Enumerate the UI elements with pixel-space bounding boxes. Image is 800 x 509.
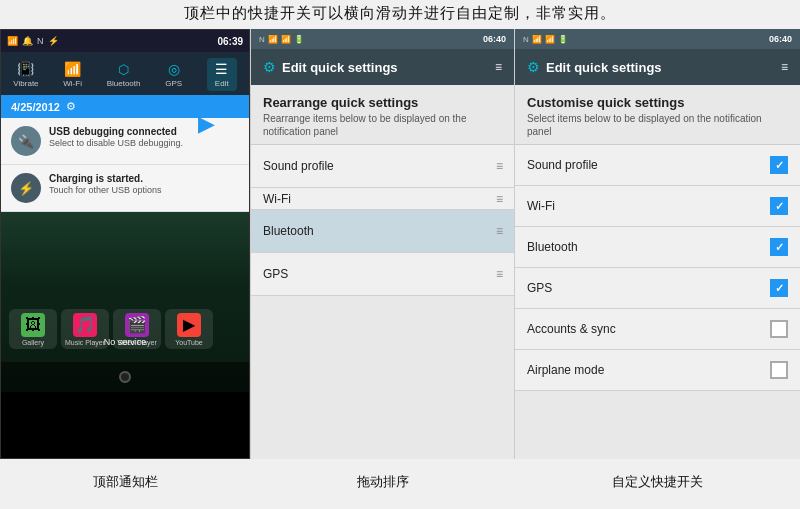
gps-icon: ◎	[168, 61, 180, 77]
no-service-text: No service	[1, 337, 249, 347]
panel3-wifi-checkbox[interactable]: ✓	[770, 197, 788, 215]
qs-wifi[interactable]: 📶 Wi-Fi	[63, 61, 82, 88]
phone-bottom-bar	[1, 362, 249, 392]
panel2-header: ⚙ Edit quick settings ≡	[251, 49, 514, 85]
panel3-status-bar: N 📶 📶 🔋 06:40	[515, 29, 800, 49]
panel2-gps-label: GPS	[263, 267, 288, 281]
panel2-bluetooth-label: Bluetooth	[263, 224, 314, 238]
panel3-header: ⚙ Edit quick settings ≡	[515, 49, 800, 85]
phone-status-bar: 📶 🔔 N ⚡ 06:39	[1, 30, 249, 52]
usb-icon: ⚡	[48, 36, 59, 46]
drag-handle-sound[interactable]: ≡	[496, 159, 502, 173]
notif-usb-subtitle: Select to disable USB debugging.	[49, 138, 183, 148]
check-mark-wifi: ✓	[775, 200, 784, 213]
panel2-gps[interactable]: GPS ≡	[251, 253, 514, 296]
notif-charging-title: Charging is started.	[49, 173, 162, 184]
panel2-wifi-label: Wi-Fi	[263, 192, 291, 206]
check-mark-bluetooth: ✓	[775, 241, 784, 254]
panel3-airplane-mode[interactable]: Airplane mode	[515, 350, 800, 391]
notif-usb-title: USB debugging connected	[49, 126, 183, 137]
notif-usb-text: USB debugging connected Select to disabl…	[49, 126, 183, 148]
panel3-section-desc: Customise quick settings Select items be…	[515, 85, 800, 144]
p3-wifi-icon: 📶	[532, 35, 542, 44]
p2-signal-icon: 📶	[281, 35, 291, 44]
date-text: 4/25/2012	[11, 101, 60, 113]
p2-nfc-icon: N	[259, 35, 265, 44]
status-time: 06:39	[217, 36, 243, 47]
panel3-bluetooth-label: Bluetooth	[527, 240, 578, 254]
notification-charging[interactable]: ⚡ Charging is started. Touch for other U…	[1, 165, 249, 212]
bottom-label-1: 顶部通知栏	[0, 459, 250, 504]
nfc-icon: N	[37, 36, 44, 46]
music-icon: 🎵	[73, 313, 97, 337]
panel3-header-left: ⚙ Edit quick settings	[527, 59, 662, 75]
qs-edit-label: Edit	[215, 79, 229, 88]
panel3-wifi[interactable]: Wi-Fi ✓	[515, 186, 800, 227]
panel2-sound-label: Sound profile	[263, 159, 334, 173]
drag-handle-wifi[interactable]: ≡	[496, 192, 502, 206]
sound-icon: 🔔	[22, 36, 33, 46]
panel3-section-subtitle: Select items below to be displayed on th…	[527, 112, 788, 138]
gallery-icon: 🖼	[21, 313, 45, 337]
panel2-wifi-partial[interactable]: Wi-Fi ≡	[251, 188, 514, 210]
panel3-sound-checkbox[interactable]: ✓	[770, 156, 788, 174]
panel2-status-icons: N 📶 📶 🔋	[259, 35, 304, 44]
signal-icon: 📶	[7, 36, 18, 46]
home-button[interactable]	[119, 371, 131, 383]
notif-charging-text: Charging is started. Touch for other USB…	[49, 173, 162, 195]
panel3-sound-label: Sound profile	[527, 158, 598, 172]
drag-handle-bluetooth[interactable]: ≡	[496, 224, 502, 238]
p2-battery-icon: 🔋	[294, 35, 304, 44]
top-text: 顶栏中的快捷开关可以横向滑动并进行自由定制，非常实用。	[0, 0, 800, 29]
panel3-time: 06:40	[769, 34, 792, 44]
status-right: 06:39	[217, 36, 243, 47]
panel3-sound-profile[interactable]: Sound profile ✓	[515, 145, 800, 186]
panel3-status-icons: N 📶 📶 🔋	[523, 35, 568, 44]
drag-handle-gps[interactable]: ≡	[496, 267, 502, 281]
notif-charging-subtitle: Touch for other USB options	[49, 185, 162, 195]
panel3-gps-checkbox[interactable]: ✓	[770, 279, 788, 297]
panel2-header-title: Edit quick settings	[282, 60, 398, 75]
settings-gear-icon[interactable]: ⚙	[66, 100, 76, 113]
panel2-section-subtitle: Rearrange items below to be displayed on…	[263, 112, 502, 138]
video-icon: 🎬	[125, 313, 149, 337]
panel2-section-desc: Rearrange quick settings Rearrange items…	[251, 85, 514, 144]
panel3-airplane-checkbox[interactable]	[770, 361, 788, 379]
panel3-gear-icon: ⚙	[527, 59, 540, 75]
qs-vibrate[interactable]: 📳 Vibrate	[13, 61, 38, 88]
vibrate-icon: 📳	[17, 61, 34, 77]
qs-vibrate-label: Vibrate	[13, 79, 38, 88]
phone-background: 🖼 Gallery 🎵 Music Player 🎬 Video Player …	[1, 212, 249, 392]
panel2-sound-profile[interactable]: Sound profile ≡	[251, 145, 514, 188]
bottom-label-3: 自定义快捷开关	[515, 459, 800, 504]
p3-battery-icon: 🔋	[558, 35, 568, 44]
p2-wifi-icon: 📶	[268, 35, 278, 44]
panel3-bluetooth-checkbox[interactable]: ✓	[770, 238, 788, 256]
panel3-section-title: Customise quick settings	[527, 95, 788, 110]
qs-wifi-label: Wi-Fi	[63, 79, 82, 88]
panel3-gps[interactable]: GPS ✓	[515, 268, 800, 309]
panels-container: 📶 🔔 N ⚡ 06:39 📳 Vibrate 📶 Wi-Fi ⬡ Blueto…	[0, 29, 800, 459]
bottom-label-3-text: 自定义快捷开关	[612, 473, 703, 491]
check-mark-sound: ✓	[775, 159, 784, 172]
panel3-wifi-label: Wi-Fi	[527, 199, 555, 213]
panel2-bluetooth[interactable]: Bluetooth ≡	[251, 210, 514, 253]
panel2-gear-icon: ⚙	[263, 59, 276, 75]
qs-gps-label: GPS	[165, 79, 182, 88]
qs-edit[interactable]: ☰ Edit	[207, 58, 237, 91]
panel3-gps-label: GPS	[527, 281, 552, 295]
panel3-accounts-label: Accounts & sync	[527, 322, 616, 336]
p3-nfc-icon: N	[523, 35, 529, 44]
bottom-label-2-text: 拖动排序	[357, 473, 409, 491]
youtube-icon: ▶	[177, 313, 201, 337]
qs-bluetooth[interactable]: ⬡ Bluetooth	[107, 62, 141, 88]
qs-gps[interactable]: ◎ GPS	[165, 61, 182, 88]
panel2-header-left: ⚙ Edit quick settings	[263, 59, 398, 75]
p3-signal-icon: 📶	[545, 35, 555, 44]
panel-customise: N 📶 📶 🔋 06:40 ⚙ Edit quick settings ≡ Cu…	[515, 29, 800, 459]
panel3-bluetooth[interactable]: Bluetooth ✓	[515, 227, 800, 268]
panel3-accounts-sync[interactable]: Accounts & sync	[515, 309, 800, 350]
panel3-accounts-checkbox[interactable]	[770, 320, 788, 338]
panel2-menu-icon[interactable]: ≡	[495, 60, 502, 74]
panel3-menu-icon[interactable]: ≡	[781, 60, 788, 74]
